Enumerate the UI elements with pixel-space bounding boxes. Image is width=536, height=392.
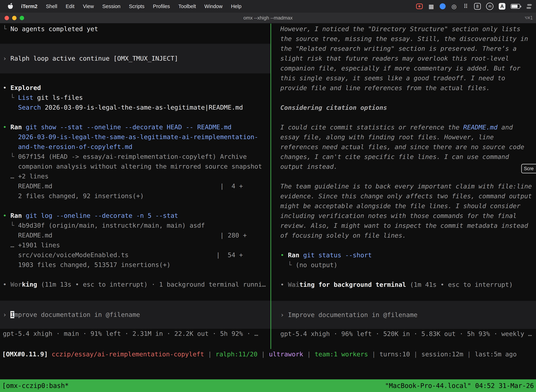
keyboard-key-icon[interactable]: 8: [474, 3, 481, 10]
text-segment: 2 files changed, 92 insertions(+): [3, 192, 144, 200]
terminal-line: └ 067f154 (HEAD -> essay/ai-reimplementa…: [0, 152, 270, 162]
terminal-line: Considering citation options: [271, 103, 536, 112]
terminal-line: • Working (11m 13s • esc to interrupt) ·…: [0, 280, 270, 289]
text-segment: mprove documentation in @filename: [14, 311, 140, 318]
terminal-line: • Ran git log --oneline --decorate -n 5 …: [0, 211, 270, 221]
text-segment: └: [3, 94, 18, 101]
terminal-line: … +2 lines: [0, 171, 270, 181]
minimize-button[interactable]: [12, 16, 17, 20]
left-pane[interactable]: └ No agents completed yet› Ralph loop ac…: [0, 23, 270, 349]
terminal-line: [0, 270, 270, 280]
text-segment: •: [3, 212, 10, 219]
text-segment: 1903 files changed, 513517 insertions(+): [3, 261, 171, 268]
menu-shell[interactable]: Shell: [42, 4, 62, 9]
terminal-line: • Ran git status --short: [271, 250, 536, 260]
text-segment: |: [204, 350, 215, 358]
text-segment: [OMX#0.11.9]: [2, 350, 52, 358]
text-segment: this single essay, it seems like a good …: [280, 75, 505, 82]
terminal-line: › Improve documentation in @filename: [271, 310, 536, 320]
traffic-lights: [0, 16, 24, 20]
terminal-line: [0, 201, 270, 211]
text-segment: Ran: [10, 212, 26, 219]
text-segment: |: [303, 350, 315, 358]
tmux-panes: └ No agents completed yet› Ralph loop ac…: [0, 23, 536, 349]
text-segment: •: [3, 281, 10, 288]
text-segment: cczip/essay/ai-reimplementation-copyleft: [52, 350, 204, 358]
text-segment: Ralph loop active continue [OMX_TMUX_INJ…: [10, 55, 178, 62]
window-title: omx --xhigh --madmax: [0, 15, 536, 21]
menu-session[interactable]: Session: [98, 4, 125, 9]
close-button[interactable]: [5, 16, 9, 20]
terminal-line: README.md | 280 +: [0, 230, 270, 240]
screen: iTerm2ShellEditViewSessionScriptsProfile…: [0, 0, 536, 392]
terminal-line: [271, 172, 536, 182]
text-segment: of focusing solely on file lines.: [280, 232, 406, 239]
battery-percent-icon[interactable]: .61: [486, 3, 493, 10]
terminal-line: companion analysis without altering the …: [0, 162, 270, 171]
text-segment: review. Also, I might want to inspect th…: [280, 222, 528, 229]
terminal-line: [271, 240, 536, 250]
menu-help[interactable]: Help: [227, 4, 246, 9]
screen-recording-icon[interactable]: [416, 4, 423, 9]
text-segment: However, I noticed the "Directory Struct…: [280, 25, 520, 33]
menu-edit[interactable]: Edit: [61, 4, 79, 9]
text-segment: •: [3, 123, 10, 131]
text-segment: king: [22, 281, 37, 288]
menu-window[interactable]: Window: [200, 4, 227, 9]
window-title-bar: omx --xhigh --madmax ⌥⌘1: [0, 13, 536, 23]
battery-icon[interactable]: [511, 4, 520, 9]
dark-app-icon[interactable]: ◎: [451, 3, 457, 10]
terminal-line: this single essay, it seems like a good …: [271, 73, 536, 83]
terminal-line: └ 4b9d30f (origin/main, instructkr/main,…: [0, 221, 270, 230]
menu-view[interactable]: View: [79, 4, 98, 9]
text-segment: README.md: [463, 124, 498, 131]
ralph-loop-banner: › Ralph loop active continue [OMX_TMUX_I…: [0, 44, 270, 73]
menu-iterm2[interactable]: iTerm2: [17, 4, 42, 9]
text-segment: 2026-03-09-is-legal-the-same-as-legitima…: [3, 133, 258, 140]
text-segment: 4b9d30f (origin/main, instructkr/main, m…: [18, 222, 205, 229]
terminal-line: The team guideline is to back every impo…: [271, 182, 536, 191]
terminal-line: Search 2026-03-09-is-legal-the-same-as-l…: [0, 103, 270, 112]
apple-menu[interactable]: [4, 3, 17, 10]
text-segment: ›: [3, 55, 10, 62]
text-segment: session:12m: [421, 350, 463, 358]
control-center-icon[interactable]: [526, 3, 532, 10]
text-segment: turns:10: [379, 350, 410, 358]
terminal-line: 2026-03-09-is-legal-the-same-as-legitima…: [0, 132, 270, 142]
text-segment: last:5m ago: [475, 350, 517, 358]
tmux-session-label: [omx-cczip0:bash*: [2, 382, 69, 390]
terminal-line: └ (no output): [271, 260, 536, 270]
prompt-input[interactable]: › Improve documentation in @filename: [271, 301, 536, 329]
terminal-line: essay file, along with finding root file…: [271, 132, 536, 142]
terminal-line: [271, 112, 536, 122]
menu-items: iTerm2ShellEditViewSessionScriptsProfile…: [4, 3, 246, 10]
terminal-line: However, I noticed the "Directory Struct…: [271, 24, 536, 34]
terminal-line: the "Related research writing" section i…: [271, 44, 536, 54]
text-segment: (no output): [296, 261, 337, 269]
prompt-input[interactable]: › Improve documentation in @filename: [0, 301, 270, 329]
terminal-line: └ No agents completed yet: [0, 24, 270, 34]
zoom-button[interactable]: [20, 16, 24, 20]
menu-scripts[interactable]: Scripts: [125, 4, 149, 9]
text-segment: |: [410, 350, 421, 358]
menu-toolbelt[interactable]: Toolbelt: [174, 4, 200, 9]
terminal-line: slight risk that future readers may over…: [271, 54, 536, 63]
terminal-line: changes, I can't cite specific file line…: [271, 152, 536, 162]
terminal-line: I could cite commit statistics or refere…: [271, 122, 536, 132]
input-source-icon[interactable]: A: [499, 3, 505, 10]
tmux-host-time: "MacBook-Pro-44.local" 04:52 31-Mar-26: [385, 382, 534, 390]
blue-app-icon[interactable]: [440, 3, 446, 9]
menu-profiles[interactable]: Profiles: [149, 4, 174, 9]
text-segment: I could cite commit statistics or refere…: [280, 124, 463, 131]
screen-share-popup[interactable]: Scre: [521, 164, 536, 173]
text-segment: output instead.: [280, 163, 337, 170]
menu-status-icons: ▦◎⠿8.61A: [416, 3, 532, 10]
dots-grid-icon[interactable]: ⠿: [463, 3, 469, 10]
window-grid-icon[interactable]: ▦: [428, 3, 434, 10]
right-pane[interactable]: However, I noticed the "Directory Struct…: [271, 23, 536, 349]
terminal-line: might be acceptable alongside the file l…: [271, 201, 536, 211]
omx-status-bar: [OMX#0.11.9] cczip/essay/ai-reimplementa…: [0, 349, 536, 359]
text-segment: List: [18, 94, 34, 101]
text-segment: ›: [3, 311, 10, 318]
text-segment: README.md | 4 +: [3, 182, 243, 190]
